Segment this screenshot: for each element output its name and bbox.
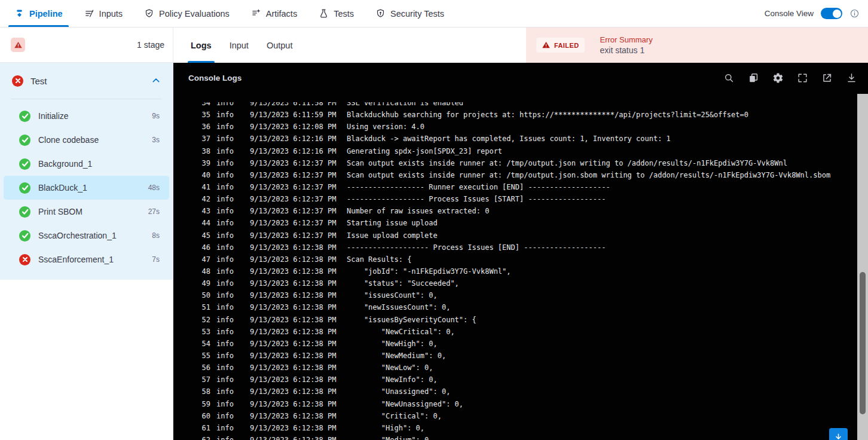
step-row-background-1[interactable]: Background_1: [4, 152, 169, 176]
stage-count: 1 stage: [137, 40, 164, 50]
log-timestamp: 9/13/2023 6:12:37 PM: [250, 207, 337, 215]
log-level: info: [216, 267, 234, 276]
log-level: info: [216, 316, 234, 324]
log-timestamp: 9/13/2023 6:12:37 PM: [250, 219, 337, 227]
log-level: info: [216, 183, 234, 191]
log-line-number: 35: [198, 111, 210, 119]
log-level: info: [216, 219, 234, 227]
log-line-number: 44: [198, 219, 210, 227]
console-panel: Console Logs 34info9/13/2023 6:11:58 PMS…: [173, 63, 868, 440]
top-nav: PipelineInputsPolicy EvaluationsArtifact…: [0, 0, 868, 28]
log-timestamp: 9/13/2023 6:12:38 PM: [250, 375, 337, 384]
step-row-sscaenforcement-1[interactable]: SscaEnforcement_17s: [4, 248, 169, 271]
log-level: info: [216, 279, 234, 288]
log-message: "Medium": 0,: [347, 436, 433, 440]
download-icon[interactable]: [846, 72, 857, 84]
step-row-sscaorchestration-1[interactable]: SscaOrchestration_18s: [4, 224, 169, 248]
log-level: info: [216, 102, 234, 107]
tab-artifacts[interactable]: Artifacts: [251, 0, 297, 27]
log-message: Generating spdx-json[SPDX_23] report: [347, 147, 502, 155]
log-timestamp: 9/13/2023 6:12:38 PM: [250, 340, 337, 348]
stage-header-test[interactable]: Test: [0, 63, 173, 99]
log-message: Starting issue upload: [347, 219, 438, 227]
tab-label: Inputs: [99, 9, 123, 19]
copy-icon[interactable]: [748, 72, 759, 84]
log-line-number: 43: [198, 207, 210, 215]
info-icon[interactable]: [849, 8, 860, 19]
log-timestamp: 9/13/2023 6:12:37 PM: [250, 171, 337, 179]
log-message: Scan output exists inside runner at: /tm…: [347, 171, 830, 179]
tab-policy-evaluations[interactable]: Policy Evaluations: [144, 0, 230, 27]
log-message: "NewMedium": 0,: [347, 352, 446, 360]
tab-output[interactable]: Output: [267, 28, 293, 63]
log-timestamp: 9/13/2023 6:12:37 PM: [250, 159, 337, 167]
tab-label: Tests: [334, 9, 354, 19]
log-line-number: 54: [198, 340, 210, 348]
log-line: 61info9/13/2023 6:12:38 PM "High": 0,: [173, 422, 857, 434]
inputs-icon: [84, 8, 94, 19]
log-line: 42info9/13/2023 6:12:37 PM--------------…: [173, 193, 857, 205]
log-level: info: [216, 231, 234, 240]
top-nav-right: Console View: [765, 8, 860, 19]
tab-inputs[interactable]: Inputs: [84, 0, 123, 27]
step-name: SscaOrchestration_1: [38, 231, 117, 240]
step-row-print-sbom[interactable]: Print SBOM27s: [4, 200, 169, 224]
fullscreen-icon[interactable]: [797, 72, 808, 84]
log-level: info: [216, 195, 234, 203]
log-timestamp: 9/13/2023 6:12:38 PM: [250, 412, 337, 420]
log-line-number: 49: [198, 279, 210, 288]
stage-section: Test Initialize9sClone codebase3sBackgro…: [0, 63, 173, 280]
console-scrollbar[interactable]: [857, 94, 868, 440]
log-timestamp: 9/13/2023 6:12:38 PM: [250, 387, 337, 396]
step-row-initialize[interactable]: Initialize9s: [4, 104, 169, 128]
search-icon[interactable]: [723, 72, 735, 84]
tab-pipeline[interactable]: Pipeline: [14, 0, 63, 27]
log-message: Scan Results: {: [347, 255, 411, 264]
log-level: info: [216, 340, 234, 348]
console-view-toggle[interactable]: [821, 8, 842, 19]
scroll-to-bottom-button[interactable]: [829, 428, 848, 440]
log-line-number: 37: [198, 135, 210, 143]
log-message: Blackduck -> awaitReport has completed, …: [347, 135, 671, 143]
tab-label: Artifacts: [266, 9, 297, 19]
step-success-icon: [19, 182, 30, 194]
log-line-number: 59: [198, 400, 210, 408]
chevron-up-icon[interactable]: [151, 76, 161, 85]
step-duration: 8s: [152, 231, 160, 240]
step-row-blackduck-1[interactable]: BlackDuck_148s: [4, 176, 169, 200]
log-message: "NewUnassigned": 0,: [347, 400, 463, 408]
scrollbar-thumb[interactable]: [860, 272, 866, 414]
log-level: info: [216, 123, 234, 131]
tab-security-tests[interactable]: Security Tests: [375, 0, 444, 27]
log-line: 55info9/13/2023 6:12:38 PM "NewMedium": …: [173, 350, 857, 362]
log-timestamp: 9/13/2023 6:12:38 PM: [250, 267, 337, 276]
log-timestamp: 9/13/2023 6:12:38 PM: [250, 303, 337, 311]
log-timestamp: 9/13/2023 6:12:38 PM: [250, 316, 337, 324]
tab-input[interactable]: Input: [230, 28, 249, 63]
log-line-number: 46: [198, 243, 210, 252]
tab-logs[interactable]: Logs: [191, 28, 212, 63]
log-message: ------------------ Process Issues [START…: [347, 195, 606, 203]
tab-tests[interactable]: Tests: [319, 0, 354, 27]
log-timestamp: 9/13/2023 6:12:38 PM: [250, 424, 337, 432]
step-row-clone-codebase[interactable]: Clone codebase3s: [4, 128, 169, 152]
step-success-icon: [19, 111, 30, 122]
log-line: 47info9/13/2023 6:12:38 PMScan Results: …: [173, 253, 857, 265]
log-timestamp: 9/13/2023 6:12:08 PM: [250, 123, 337, 131]
log-message: "issuesBySeverityCount": {: [347, 316, 476, 324]
console-toolbar: [723, 72, 857, 84]
log-line: 38info9/13/2023 6:12:16 PMGenerating spd…: [173, 145, 857, 157]
step-name: Print SBOM: [38, 207, 82, 216]
settings-icon[interactable]: [772, 72, 784, 84]
failed-badge-label: FAILED: [554, 42, 579, 49]
log-message: "High": 0,: [347, 424, 424, 432]
open-in-new-icon[interactable]: [821, 72, 833, 84]
log-line-number: 52: [198, 316, 210, 324]
log-timestamp: 9/13/2023 6:12:38 PM: [250, 279, 337, 288]
step-name: SscaEnforcement_1: [38, 255, 114, 264]
shield-check-icon: [144, 8, 154, 19]
log-message: ------------------- Process Issues [END]…: [347, 243, 606, 252]
pipeline-warning-badge: [11, 38, 25, 52]
step-duration: 27s: [148, 207, 160, 216]
log-line: 53info9/13/2023 6:12:38 PM "NewCritical"…: [173, 326, 857, 338]
